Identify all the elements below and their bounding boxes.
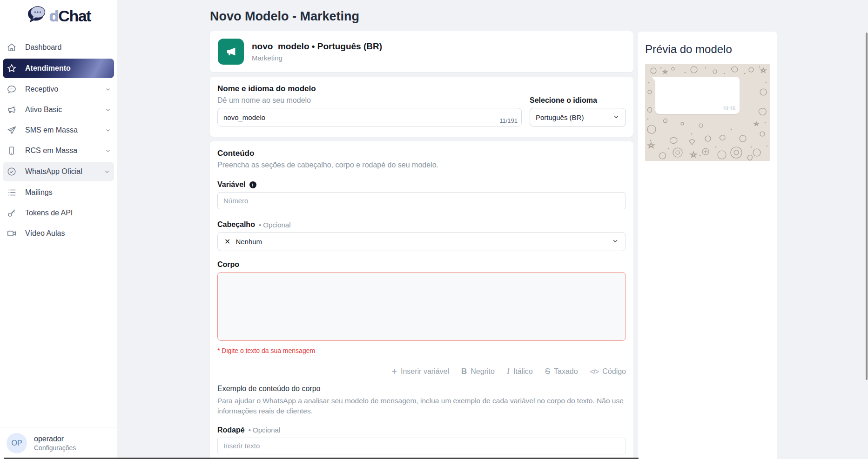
- sidebar-item-label: Receptivo: [25, 85, 105, 93]
- sidebar-item-whatsapp-oficial[interactable]: WhatsApp Oficial: [3, 162, 114, 181]
- clear-icon[interactable]: ✕: [224, 238, 230, 246]
- body-error-message: * Digite o texto da sua mensagem: [217, 347, 626, 354]
- key-icon: [7, 207, 18, 219]
- header-optional-tag: • Opcional: [259, 221, 291, 229]
- chat-bubbles-icon: [26, 6, 47, 26]
- italic-icon: I: [507, 366, 510, 376]
- sidebar-menu: Dashboard Atendimento Receptivo: [0, 33, 117, 427]
- chevron-down-icon: [612, 113, 620, 122]
- main-area: Novo Modelo - Marketing novo_modelo • Po…: [117, 0, 868, 459]
- chevron-down-icon: [105, 147, 111, 154]
- sidebar-item-rcs-em-massa[interactable]: RCS em Massa: [0, 140, 117, 161]
- sidebar-item-label: RCS em Massa: [25, 146, 105, 155]
- italic-label: Itálico: [513, 367, 533, 376]
- section-subtitle-content: Preencha as seções de cabeçalho, corpo e…: [217, 161, 626, 169]
- italic-button[interactable]: I Itálico: [507, 366, 533, 376]
- sidebar-item-label: WhatsApp Oficial: [25, 167, 104, 176]
- variable-label: Variável: [217, 180, 246, 189]
- content-card: Conteúdo Preencha as seções de cabeçalho…: [210, 141, 633, 459]
- send-icon: [7, 125, 18, 136]
- strikethrough-icon: S: [545, 367, 550, 376]
- variable-input[interactable]: [217, 192, 626, 209]
- smartphone-icon: [7, 145, 18, 156]
- footer-optional-tag: • Opcional: [249, 426, 281, 434]
- body-label: Corpo: [217, 260, 239, 269]
- body-format-toolbar: + Inserir variável B Negrito I Itálico: [217, 366, 626, 376]
- star-icon: [7, 63, 18, 74]
- sidebar-item-atendimento[interactable]: Atendimento: [3, 59, 114, 78]
- user-settings-link[interactable]: Configurações: [34, 444, 76, 452]
- user-profile[interactable]: OP operador Configurações: [0, 427, 117, 459]
- insert-variable-button[interactable]: + Inserir variável: [391, 367, 449, 376]
- brand-logo[interactable]: dChat: [0, 0, 117, 33]
- sidebar-item-receptivo[interactable]: Receptivo: [0, 79, 117, 100]
- header-selected-value: Nenhum: [236, 238, 606, 246]
- info-icon[interactable]: i: [249, 181, 256, 188]
- insert-variable-label: Inserir variável: [401, 367, 449, 376]
- section-title-content: Conteúdo: [217, 149, 626, 158]
- sidebar-item-mailings[interactable]: Mailings: [0, 182, 117, 203]
- sidebar-item-label: Dashboard: [25, 43, 111, 52]
- app-root: dChat Dashboard Atendimento Receptivo: [0, 0, 868, 459]
- header-label: Cabeçalho: [217, 220, 255, 229]
- template-name-input[interactable]: [217, 108, 522, 126]
- name-char-counter: 11/191: [499, 117, 518, 124]
- chat-dots-icon: [7, 84, 18, 95]
- bold-label: Negrito: [471, 367, 495, 376]
- chevron-down-icon: [612, 237, 619, 246]
- language-selected-value: Português (BR): [536, 113, 612, 121]
- section-title-name-language: Nome e idioma do modelo: [217, 84, 626, 93]
- template-category: Marketing: [252, 54, 382, 62]
- user-name: operador: [34, 435, 76, 443]
- chevron-down-icon: [105, 106, 111, 113]
- whatsapp-preview: 10:15: [645, 64, 770, 161]
- sidebar-item-label: Mailings: [25, 188, 111, 197]
- body-textarea[interactable]: [217, 272, 626, 341]
- example-title: Exemplo de conteúdo do corpo: [217, 385, 626, 393]
- code-icon: </>: [590, 367, 599, 375]
- chevron-down-icon: [104, 168, 110, 175]
- sidebar-item-sms-em-massa[interactable]: SMS em Massa: [0, 120, 117, 140]
- page-title: Novo Modelo - Marketing: [210, 9, 633, 24]
- vertical-scrollbar[interactable]: [866, 33, 868, 380]
- brand-name: dChat: [49, 7, 91, 25]
- template-name-language: novo_modelo • Português (BR): [252, 41, 382, 52]
- message-bubble: 10:15: [655, 77, 740, 114]
- language-field-label: Selecione o idioma: [530, 96, 626, 105]
- code-label: Código: [602, 367, 626, 376]
- header-type-select[interactable]: ✕ Nenhum: [217, 232, 626, 251]
- marketing-megaphone-icon: [218, 39, 244, 65]
- footer-label: Rodapé: [217, 426, 245, 434]
- name-field-label: Dê um nome ao seu modelo: [217, 96, 522, 105]
- sidebar: dChat Dashboard Atendimento Receptivo: [0, 0, 117, 459]
- sidebar-item-dashboard[interactable]: Dashboard: [0, 37, 117, 58]
- sidebar-item-ativo-basic[interactable]: Ativo Basic: [0, 100, 117, 120]
- chevron-down-icon: [105, 127, 111, 133]
- footer-input[interactable]: [217, 438, 626, 454]
- name-language-card: Nome e idioma do modelo Dê um nome ao se…: [210, 77, 633, 137]
- chevron-down-icon: [105, 86, 111, 93]
- video-camera-icon: [7, 228, 18, 239]
- strikethrough-button[interactable]: S Taxado: [545, 367, 578, 376]
- bold-icon: B: [461, 367, 467, 376]
- bold-button[interactable]: B Negrito: [461, 367, 495, 376]
- strikethrough-label: Taxado: [554, 367, 578, 376]
- message-time: 10:15: [722, 106, 735, 111]
- sidebar-item-label: SMS em Massa: [25, 126, 105, 134]
- preview-panel: Prévia do modelo: [638, 32, 777, 459]
- sidebar-item-tokens-de-api[interactable]: Tokens de API: [0, 203, 117, 223]
- avatar: OP: [7, 433, 27, 453]
- list-icon: [7, 187, 18, 198]
- check-circle-icon: [7, 166, 18, 177]
- sidebar-item-label: Vídeo Aulas: [25, 229, 111, 238]
- plus-icon: +: [391, 367, 397, 376]
- home-icon: [7, 42, 18, 53]
- example-description: Para ajudar o WhatsApp a analisar seu mo…: [217, 396, 626, 417]
- preview-title: Prévia do modelo: [645, 43, 770, 56]
- language-select[interactable]: Português (BR): [530, 108, 626, 126]
- code-button[interactable]: </> Código: [590, 367, 626, 376]
- megaphone-icon: [7, 104, 18, 115]
- sidebar-item-label: Tokens de API: [25, 209, 111, 217]
- sidebar-item-video-aulas[interactable]: Vídeo Aulas: [0, 223, 117, 244]
- sidebar-item-label: Ativo Basic: [25, 106, 105, 114]
